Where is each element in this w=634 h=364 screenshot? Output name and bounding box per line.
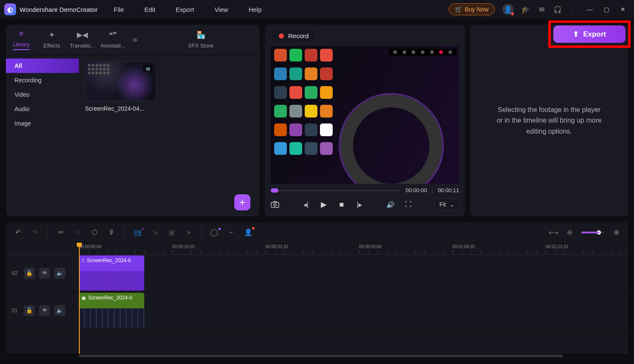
redo-button[interactable]: ↷ [31,228,39,237]
record-button[interactable]: Record [271,29,317,43]
track-lock-button[interactable]: 🔓 [24,268,35,279]
ruler-tick: 00:00:16:20 [172,244,195,249]
tab-effects[interactable]: ✦ Effects [36,31,67,49]
record-label: Record [288,32,309,39]
tab-annotations[interactable]: ❝❞ Annotati... [98,31,128,49]
tab-library[interactable]: ≡ Library [6,30,36,50]
app-title: Wondershare DemoCreator [20,6,98,13]
video-badge-icon: 📹 [143,65,152,72]
snapshot-button[interactable] [271,200,279,209]
zoom-in-button[interactable]: ⊕ [612,228,620,237]
track-lane[interactable]: ⎍ScreenRec_2024-0 [79,255,628,291]
fit-dropdown[interactable]: Fit ⌄ [435,199,459,210]
speed-button[interactable]: ⫟ [227,228,236,237]
track-number: 01 [12,308,20,314]
next-frame-button[interactable]: |▸ [355,200,364,209]
window-close[interactable]: ✕ [620,6,626,13]
undo-button[interactable]: ↶ [14,228,22,237]
window-minimize[interactable]: — [587,6,593,13]
preview-rec-bar [389,49,457,56]
effects-icon: ✦ [49,31,55,39]
panel-tabs: ≡ Library ✦ Effects ▶◀ Transitio... ❝❞ A… [6,25,260,55]
menu-edit[interactable]: Edit [144,6,155,13]
group-button[interactable]: 👥◆ [133,228,142,237]
track-header: 01 🔓 👁 🔈 [6,292,79,329]
waveform-icon: ⎍ [81,258,84,263]
split-button[interactable]: ⎋ [73,228,82,237]
ai-button[interactable]: 👤 [244,228,252,237]
timeline-toolbar: ↶ ↷ ✂ ⎋ ⬡ 🎙 👥◆ ⇲ ▣ ➤ ◯◆ ⫟ 👤 ⟷ ⊖ ⊕ [6,222,628,243]
clip-label: ScreenRec_2024-0 [88,295,132,301]
inspector-hint: Selecting the footage in the player or i… [494,104,604,137]
zoom-slider[interactable] [581,232,604,233]
upload-icon: ⬆ [573,30,579,39]
media-clip[interactable]: 📹 ScreenRec_2024-04... [85,61,156,112]
inspector-panel: Selecting the footage in the player or i… [470,25,628,216]
ruler-tick: 00:00:00:00 [79,244,101,249]
category-image[interactable]: Image [6,116,79,131]
preview-panel: Record 00:00:00 00:00:11 ◂| [265,25,465,216]
audio-clip[interactable]: ⎍ScreenRec_2024-0 [79,255,144,291]
timeline-ruler[interactable]: 00:00:00:00 00:00:16:20 00:00:33:10 00:0… [6,243,628,255]
mail-icon[interactable]: ✉ [537,5,546,14]
buy-now-button[interactable]: 🛒 Buy Now [449,3,495,15]
zoom-out-button[interactable]: ⊖ [565,228,574,237]
add-media-button[interactable]: + [234,194,250,210]
preview-viewport[interactable] [271,46,459,184]
menu-help[interactable]: Help [249,6,262,13]
menubar: File Edit Export View Help [114,6,262,13]
fit-timeline-button[interactable]: ⟷ [549,228,558,237]
chevron-down-icon: ⌄ [449,201,454,208]
menu-export[interactable]: Export [176,6,194,13]
tab-transitions[interactable]: ▶◀ Transitio... [67,31,98,49]
menu-view[interactable]: View [214,6,228,13]
svg-point-1 [274,204,276,206]
account-icon[interactable]: 👤 [502,4,513,15]
ruler-tick: 00:01:06:20 [452,244,475,249]
play-button[interactable]: ▶ [320,200,328,209]
academy-icon[interactable]: 🎓 [521,5,530,14]
category-video[interactable]: Video [6,87,79,102]
track-row: 02 🔓 👁 🔈 ⎍ScreenRec_2024-0 [6,255,628,292]
denoise-button[interactable]: ◯◆ [210,228,219,237]
record-dot-icon [279,34,284,39]
export-button[interactable]: ⬆ Export [553,25,626,43]
stop-button[interactable]: ■ [337,200,346,209]
svg-rect-0 [271,202,279,207]
category-all[interactable]: All [6,59,79,73]
track-visibility-button[interactable]: 👁 [39,268,50,279]
timeline: 00:00:00:00 00:00:16:20 00:00:33:10 00:0… [6,243,628,358]
crop-button[interactable]: ✂ [56,228,65,237]
export-label: Export [583,30,606,39]
clip-thumbnail: 📹 [85,61,156,101]
track-lane[interactable]: ▣ScreenRec_2024-0 [79,292,628,329]
headset-icon[interactable]: 🎧 [553,5,562,14]
preview-time-total: 00:00:11 [438,187,459,193]
tabs-more-icon[interactable]: » [128,35,142,44]
buy-label: Buy Now [465,6,488,13]
video-clip[interactable]: ▣ScreenRec_2024-0 [79,293,144,328]
library-icon: ≡ [19,30,23,38]
ruler-tick: 00:01:23:10 [546,244,568,249]
category-audio[interactable]: Audio [6,102,79,116]
category-recording[interactable]: Recording [6,73,79,87]
film-icon: ▣ [81,295,86,301]
library-panel: ≡ Library ✦ Effects ▶◀ Transitio... ❝❞ A… [6,25,260,216]
voiceover-button[interactable]: 🎙 [107,228,116,237]
track-lock-button[interactable]: 🔓 [24,305,35,316]
pip-button[interactable]: ▣ [167,228,176,237]
menu-file[interactable]: File [114,6,124,13]
window-maximize[interactable]: ▢ [604,6,609,13]
fullscreen-button[interactable]: ⛶ [404,200,412,209]
volume-button[interactable]: 🔊 [386,200,395,209]
track-mute-button[interactable]: 🔈 [54,305,65,316]
detach-button[interactable]: ⇲ [150,228,159,237]
marker-button[interactable]: ⬡ [90,228,99,237]
timeline-scrollbar[interactable] [6,354,628,358]
track-visibility-button[interactable]: 👁 [39,305,50,316]
cursor-button[interactable]: ➤ [184,228,193,237]
prev-frame-button[interactable]: ◂| [302,200,310,209]
preview-scrubber[interactable] [271,190,401,191]
tab-sfx-store[interactable]: 🏪 SFX Store [142,31,260,49]
track-mute-button[interactable]: 🔈 [54,268,65,279]
